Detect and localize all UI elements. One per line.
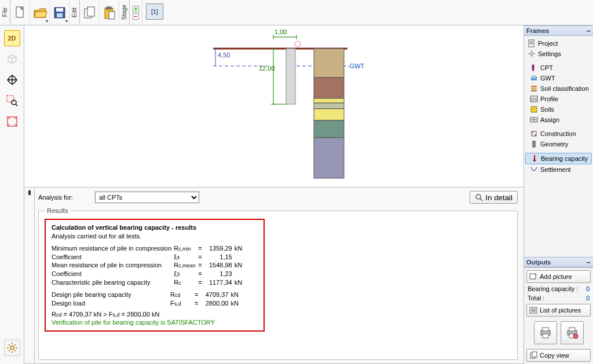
satisfactory-line: Verification of pile for bearing capacit… (52, 318, 258, 327)
print-color-button[interactable] (561, 321, 584, 344)
frame-cpt[interactable]: CPT (525, 62, 592, 73)
svg-line-46 (480, 198, 482, 201)
fit-view-button[interactable] (4, 113, 20, 130)
svg-rect-70 (533, 141, 535, 147)
dim-left: 4,50 (218, 52, 230, 58)
in-detail-button[interactable]: In detail (470, 191, 518, 204)
svg-rect-38 (314, 78, 344, 98)
svg-rect-32 (286, 49, 295, 104)
svg-rect-3 (56, 8, 63, 12)
svg-rect-47 (529, 40, 534, 47)
svg-point-85 (573, 334, 578, 339)
zoom-select-button[interactable] (4, 93, 20, 109)
printer-color-icon (565, 326, 579, 340)
frame-soils[interactable]: Soils (525, 104, 592, 115)
stage-minus-button[interactable]: − (133, 13, 139, 20)
svg-line-21 (14, 344, 16, 345)
save-button[interactable]: ▾ (50, 0, 69, 25)
view-3d-button[interactable] (4, 51, 20, 67)
copy-button[interactable] (80, 0, 100, 25)
geometry-icon (530, 140, 538, 148)
svg-rect-9 (109, 12, 115, 19)
svg-rect-44 (28, 190, 31, 195)
construction-icon (530, 130, 538, 138)
list-icon (529, 306, 537, 314)
frame-soil-classification[interactable]: Soil classification (525, 83, 592, 94)
stage-plus-minus: + − (130, 0, 142, 25)
svg-line-20 (14, 350, 16, 351)
drawing-canvas[interactable]: 1,00 4,50 -GWT 12,00 (24, 25, 524, 187)
outputs-header[interactable]: Outputs− (524, 257, 593, 267)
edit-label: Edit (69, 0, 80, 25)
compare-line: Rcd = 4709,37 kN > Fs,d = 2800,00 kN (52, 310, 258, 319)
svg-rect-42 (314, 120, 344, 138)
svg-rect-43 (314, 138, 344, 178)
svg-rect-40 (314, 103, 344, 109)
print-button[interactable] (534, 321, 557, 344)
water-icon (530, 74, 538, 82)
results-title: Calculation of vertical bearing capacity… (52, 223, 258, 232)
new-file-button[interactable] (10, 0, 30, 25)
analysis-for-select[interactable]: all CPTs (95, 192, 199, 203)
copy-view-button[interactable]: Copy view (526, 349, 591, 362)
paste-button[interactable] (100, 0, 119, 25)
add-picture-button[interactable]: + Add picture (526, 270, 591, 283)
minimize-icon[interactable]: − (586, 259, 591, 266)
svg-point-51 (530, 53, 533, 56)
pan-tool-button[interactable] (4, 72, 20, 88)
svg-rect-56 (531, 78, 537, 80)
svg-rect-37 (314, 49, 344, 78)
svg-text:+: + (535, 273, 537, 277)
open-file-button[interactable]: ▾ (30, 0, 50, 25)
svg-rect-60 (530, 96, 537, 102)
svg-rect-80 (543, 328, 548, 331)
bearing-icon (530, 155, 539, 163)
svg-rect-4 (57, 13, 63, 17)
frame-settlement[interactable]: Settlement (525, 164, 592, 175)
frame-assign[interactable]: Assign (525, 115, 592, 125)
frame-settings[interactable]: Settings (525, 49, 592, 59)
frame-gwt[interactable]: GWT (525, 73, 592, 83)
total-count-row: Total :0 (526, 295, 591, 302)
results-fieldset: Results Calculation of vertical bearing … (38, 207, 518, 360)
svg-rect-87 (532, 352, 537, 357)
profile-icon (530, 95, 538, 103)
picture-plus-icon: + (529, 273, 537, 281)
frame-construction[interactable]: Construction (525, 128, 592, 139)
svg-rect-41 (314, 109, 344, 120)
stage-plus-button[interactable]: + (133, 6, 139, 12)
stage-tab-1[interactable]: [1] (146, 3, 163, 20)
frame-geometry[interactable]: Geometry (525, 139, 592, 149)
frame-bearing-capacity[interactable]: Bearing capacity (525, 153, 592, 164)
dim-top: 1,00 (274, 28, 287, 35)
svg-point-14 (10, 346, 14, 350)
svg-point-11 (12, 100, 16, 105)
bearing-count-row: Bearing capacity :0 (526, 285, 591, 292)
svg-rect-57 (531, 86, 537, 87)
svg-rect-67 (532, 131, 536, 136)
svg-rect-63 (531, 106, 537, 112)
minimize-icon[interactable]: − (586, 27, 591, 35)
frames-header[interactable]: Frames− (524, 25, 593, 36)
assign-icon (530, 116, 538, 124)
dim-inner: 12,00 (259, 65, 275, 72)
bearing-capacity-vlabel (0, 190, 10, 364)
svg-rect-39 (314, 98, 344, 103)
soil-icon (530, 105, 538, 113)
svg-rect-59 (531, 90, 537, 91)
frame-project[interactable]: Project (525, 38, 592, 49)
list-pictures-button[interactable]: List of pictures (526, 304, 591, 317)
svg-rect-8 (107, 7, 111, 9)
frame-profile[interactable]: Profile (525, 94, 592, 104)
right-sidebar: Frames− Project Settings CPT GWT Soil cl… (524, 25, 593, 364)
svg-rect-6 (87, 7, 94, 16)
svg-point-69 (535, 134, 536, 135)
magnifier-icon (475, 193, 483, 201)
view-2d-button[interactable]: 2D (4, 30, 20, 46)
analysis-side-marker[interactable] (24, 187, 35, 363)
svg-rect-83 (569, 328, 575, 331)
results-subtitle: Analysis carried out for all tests. (52, 232, 258, 241)
results-redbox: Calculation of vertical bearing capacity… (45, 219, 265, 332)
svg-point-24 (295, 41, 301, 47)
svg-point-68 (532, 132, 533, 133)
